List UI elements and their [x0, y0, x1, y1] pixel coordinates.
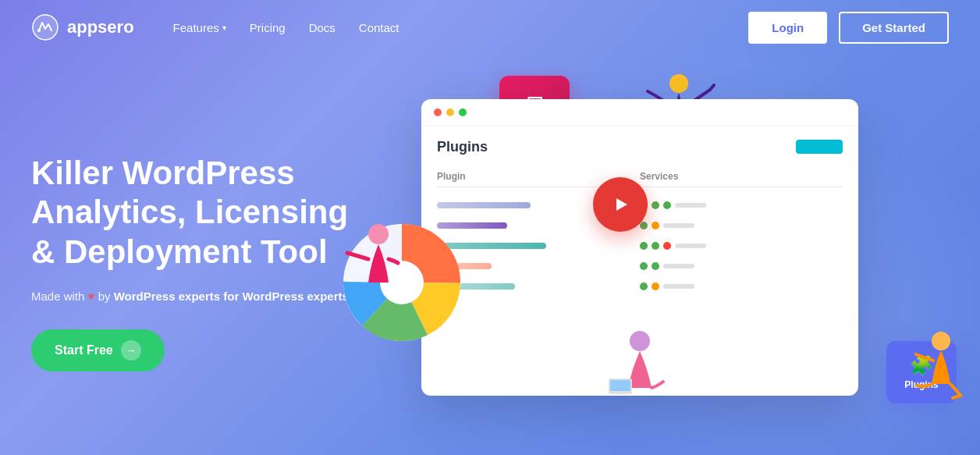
- nav-docs[interactable]: Docs: [309, 21, 336, 34]
- logo-text: appsero: [67, 17, 134, 37]
- svg-point-1: [37, 29, 41, 32]
- nav-links: Features ▾ Pricing Docs Contact: [173, 21, 749, 34]
- table-header: Plugin Services: [437, 166, 843, 187]
- services-dots: [640, 222, 843, 229]
- start-free-button[interactable]: Start Free →: [31, 329, 165, 371]
- svg-point-11: [630, 331, 650, 351]
- login-button[interactable]: Login: [748, 12, 827, 44]
- services-dots: [640, 283, 843, 290]
- svg-point-10: [932, 332, 950, 350]
- nav-features[interactable]: Features ▾: [173, 21, 226, 34]
- svg-marker-9: [616, 198, 627, 211]
- hero-title: Killer WordPress Analytics, Licensing & …: [31, 154, 359, 272]
- card-title: Plugins: [437, 139, 488, 155]
- table-row: [437, 256, 843, 276]
- nav-pricing[interactable]: Pricing: [250, 21, 286, 34]
- svg-point-14: [368, 224, 389, 244]
- card-title-row: Plugins: [437, 139, 843, 155]
- plugin-bar: [437, 202, 531, 208]
- chevron-down-icon: ▾: [222, 23, 226, 32]
- table-row: [437, 276, 843, 297]
- spinning-figure: [336, 220, 414, 314]
- get-started-button[interactable]: Get Started: [839, 12, 949, 44]
- services-dots: [640, 242, 843, 250]
- col-services: Services: [640, 171, 843, 182]
- card-header: [421, 99, 858, 126]
- laptop-figure: [601, 325, 679, 427]
- nav-contact[interactable]: Contact: [359, 21, 399, 34]
- logo-icon: [31, 13, 59, 41]
- card-action-button[interactable]: [796, 140, 843, 154]
- hero-section: Killer WordPress Analytics, Licensing & …: [0, 55, 980, 455]
- svg-point-2: [669, 74, 688, 93]
- heart-icon: ♥: [88, 290, 95, 303]
- svg-rect-13: [610, 380, 630, 391]
- dot-red: [434, 108, 442, 116]
- services-dots: [640, 201, 843, 209]
- logo[interactable]: appsero: [31, 13, 134, 41]
- nav-buttons: Login Get Started: [748, 12, 949, 44]
- hero-left: Killer WordPress Analytics, Licensing & …: [31, 154, 359, 371]
- kneeling-figure: [910, 329, 972, 407]
- hero-subtitle: Made with ♥ by WordPress experts for Wor…: [31, 287, 359, 306]
- hero-illustration: ⊞ Themes Plugins: [359, 76, 949, 450]
- table-row: [437, 236, 843, 256]
- arrow-right-icon: →: [121, 340, 141, 361]
- dot-green: [459, 108, 467, 116]
- services-dots: [640, 262, 843, 270]
- dot-yellow: [446, 108, 454, 116]
- play-button[interactable]: [593, 177, 648, 232]
